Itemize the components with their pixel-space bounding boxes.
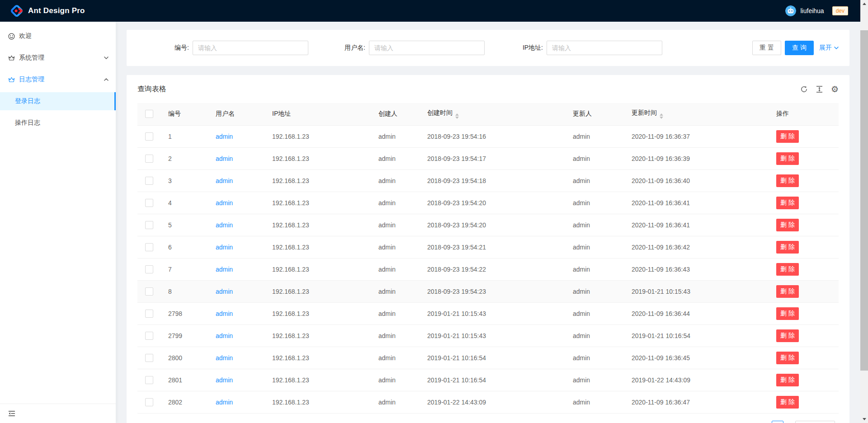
username-link[interactable]: admin xyxy=(216,376,233,384)
cell-updater: admin xyxy=(566,169,624,192)
table-row: 2799 admin 192.168.1.23 admin 2019-01-21… xyxy=(137,324,839,347)
sidebar-item-login-log[interactable]: 登录日志 xyxy=(0,92,116,110)
cell-id: 2800 xyxy=(161,347,208,369)
app-logo[interactable]: Ant Design Pro xyxy=(10,4,85,18)
ip-input[interactable] xyxy=(547,41,662,55)
field-username-label: 用户名: xyxy=(314,44,369,52)
row-checkbox[interactable] xyxy=(145,199,153,207)
table-toolbar xyxy=(800,85,839,94)
username-input[interactable] xyxy=(369,41,485,55)
username-link[interactable]: admin xyxy=(216,354,233,362)
expand-toggle[interactable]: 展开 xyxy=(819,44,839,52)
row-checkbox[interactable] xyxy=(145,354,153,362)
username-link[interactable]: admin xyxy=(216,155,233,162)
delete-button[interactable]: 删 除 xyxy=(776,329,799,342)
row-checkbox[interactable] xyxy=(145,132,153,141)
row-checkbox[interactable] xyxy=(145,398,153,406)
page-size-select[interactable] xyxy=(795,421,835,423)
username-text[interactable]: liufeihua xyxy=(800,7,824,14)
vertical-scrollbar[interactable] xyxy=(860,0,868,423)
delete-button[interactable]: 删 除 xyxy=(776,174,799,187)
delete-button[interactable]: 删 除 xyxy=(776,352,799,364)
column-header-create-time[interactable]: 创建时间 xyxy=(420,103,566,125)
sidebar-collapse-trigger[interactable] xyxy=(0,404,116,423)
row-checkbox[interactable] xyxy=(145,287,153,296)
scrollbar-thumb[interactable] xyxy=(860,30,868,371)
sort-caret-icon[interactable] xyxy=(455,113,459,119)
cell-creator: admin xyxy=(371,169,420,192)
sidebar-item-system-management[interactable]: 系统管理 xyxy=(0,49,116,67)
cell-ip: 192.168.1.23 xyxy=(265,147,371,169)
user-avatar[interactable] xyxy=(785,5,796,16)
username-link[interactable]: admin xyxy=(216,332,233,339)
sort-caret-icon[interactable] xyxy=(660,113,663,119)
delete-button[interactable]: 删 除 xyxy=(776,374,799,386)
select-all-checkbox[interactable] xyxy=(145,110,153,118)
delete-button[interactable]: 删 除 xyxy=(776,219,799,231)
page-number-button[interactable]: 1 xyxy=(772,421,783,423)
username-link[interactable]: admin xyxy=(216,133,233,140)
row-checkbox[interactable] xyxy=(145,155,153,163)
delete-button[interactable]: 删 除 xyxy=(776,152,799,165)
delete-button[interactable]: 删 除 xyxy=(776,197,799,209)
username-link[interactable]: admin xyxy=(216,244,233,251)
cell-creator: admin xyxy=(371,125,420,147)
column-header-update-time[interactable]: 更新时间 xyxy=(624,103,769,125)
query-button[interactable]: 查 询 xyxy=(785,41,814,55)
delete-button[interactable]: 删 除 xyxy=(776,130,799,143)
cell-id: 8 xyxy=(161,280,208,302)
table-row: 2801 admin 192.168.1.23 admin 2019-01-21… xyxy=(137,369,839,391)
delete-button[interactable]: 删 除 xyxy=(776,307,799,320)
search-form-card: 编号: 用户名: IP地址: 重 置 查 询 展开 xyxy=(127,30,849,66)
username-link[interactable]: admin xyxy=(216,266,233,273)
query-table: 编号 用户名 IP地址 创建人 创建时间 更新人 更新时间 操作 xyxy=(137,103,839,414)
cell-ip: 192.168.1.23 xyxy=(265,324,371,347)
cell-updater: admin xyxy=(566,391,624,413)
sidebar-item-label: 欢迎 xyxy=(19,32,32,40)
cell-creator: admin xyxy=(371,302,420,324)
cell-updater: admin xyxy=(566,347,624,369)
sidebar-item-operation-log[interactable]: 操作日志 xyxy=(0,114,116,132)
row-checkbox[interactable] xyxy=(145,332,153,340)
username-link[interactable]: admin xyxy=(216,288,233,295)
username-link[interactable]: admin xyxy=(216,221,233,229)
row-checkbox[interactable] xyxy=(145,265,153,273)
username-link[interactable]: admin xyxy=(216,399,233,406)
delete-button[interactable]: 删 除 xyxy=(776,263,799,276)
sidebar-item-log-management[interactable]: 日志管理 xyxy=(0,70,116,89)
id-input[interactable] xyxy=(193,41,308,55)
cell-update-time: 2020-11-09 16:36:42 xyxy=(624,236,769,258)
chevron-up-icon xyxy=(104,78,108,81)
cell-creator: admin xyxy=(371,391,420,413)
cell-create-time: 2018-09-23 19:54:17 xyxy=(420,147,566,169)
row-checkbox[interactable] xyxy=(145,221,153,229)
username-link[interactable]: admin xyxy=(216,199,233,207)
table-card-header: 查询表格 xyxy=(127,75,849,103)
column-header-id: 编号 xyxy=(161,103,208,125)
scroll-up-arrow-icon[interactable] xyxy=(860,0,868,8)
field-ip: IP地址: xyxy=(490,41,668,55)
cell-ip: 192.168.1.23 xyxy=(265,280,371,302)
cell-create-time: 2019-01-21 10:16:54 xyxy=(420,369,566,391)
reload-icon[interactable] xyxy=(800,85,808,93)
row-checkbox[interactable] xyxy=(145,243,153,251)
delete-button[interactable]: 删 除 xyxy=(776,241,799,254)
row-checkbox[interactable] xyxy=(145,376,153,384)
field-id-label: 编号: xyxy=(137,44,193,52)
username-link[interactable]: admin xyxy=(216,177,233,184)
username-link[interactable]: admin xyxy=(216,310,233,317)
settings-icon[interactable] xyxy=(831,85,839,94)
delete-button[interactable]: 删 除 xyxy=(776,396,799,409)
column-height-icon[interactable] xyxy=(816,85,823,93)
cell-create-time: 2018-09-23 19:54:20 xyxy=(420,214,566,236)
delete-button[interactable]: 删 除 xyxy=(776,285,799,298)
cell-creator: admin xyxy=(371,192,420,214)
pagination: 1 xyxy=(127,421,835,423)
row-checkbox[interactable] xyxy=(145,310,153,318)
scroll-down-arrow-icon[interactable] xyxy=(860,415,868,423)
reset-button[interactable]: 重 置 xyxy=(752,41,781,55)
cell-id: 5 xyxy=(161,214,208,236)
row-checkbox[interactable] xyxy=(145,177,153,185)
sidebar-item-welcome[interactable]: 欢迎 xyxy=(0,27,116,45)
field-username: 用户名: xyxy=(314,41,490,55)
